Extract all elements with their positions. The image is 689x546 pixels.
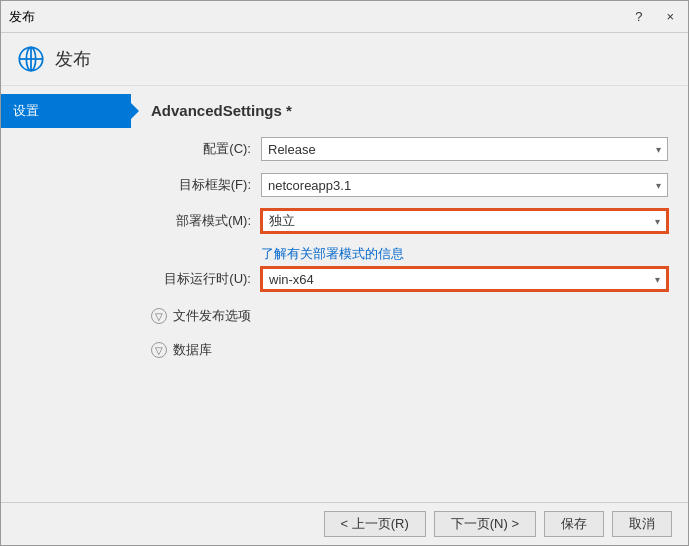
deploy-mode-select[interactable]: 独立 ▾ [261,209,668,233]
sidebar-item-settings[interactable]: 设置 [1,94,131,128]
target-framework-control: netcoreapp3.1 ▾ [261,173,668,197]
title-bar-title: 发布 [9,8,35,26]
publish-dialog: 发布 ? × 发布 设置 AdvancedSettings * 配置 [0,0,689,546]
config-select[interactable]: Release ▾ [261,137,668,161]
deploy-mode-value: 独立 [269,212,295,230]
title-bar: 发布 ? × [1,1,688,33]
globe-icon [17,45,45,73]
dialog-body: 设置 AdvancedSettings * 配置(C): Release ▾ 目… [1,86,688,502]
cancel-button[interactable]: 取消 [612,511,672,537]
sidebar-item-label: 设置 [13,103,39,118]
help-button[interactable]: ? [629,7,648,26]
deploy-mode-link[interactable]: 了解有关部署模式的信息 [261,245,668,263]
title-bar-controls: ? × [629,7,680,26]
config-value: Release [268,142,316,157]
deploy-mode-row: 部署模式(M): 独立 ▾ [151,209,668,233]
target-runtime-arrow-icon: ▾ [655,274,660,285]
content-area: AdvancedSettings * 配置(C): Release ▾ 目标框架… [131,86,688,502]
close-button[interactable]: × [660,7,680,26]
title-bar-left: 发布 [9,8,35,26]
file-publish-label: 文件发布选项 [173,307,251,325]
target-runtime-value: win-x64 [269,272,314,287]
target-runtime-label: 目标运行时(U): [151,270,261,288]
file-publish-header[interactable]: ▽ 文件发布选项 [151,303,668,329]
target-framework-select[interactable]: netcoreapp3.1 ▾ [261,173,668,197]
dialog-footer: < 上一页(R) 下一页(N) > 保存 取消 [1,502,688,545]
config-label: 配置(C): [151,140,261,158]
deploy-mode-label: 部署模式(M): [151,212,261,230]
target-framework-row: 目标框架(F): netcoreapp3.1 ▾ [151,173,668,197]
save-button[interactable]: 保存 [544,511,604,537]
section-title: AdvancedSettings * [151,102,668,119]
database-section: ▽ 数据库 [151,337,668,363]
config-arrow-icon: ▾ [656,144,661,155]
config-row: 配置(C): Release ▾ [151,137,668,161]
target-framework-label: 目标框架(F): [151,176,261,194]
database-header[interactable]: ▽ 数据库 [151,337,668,363]
target-framework-arrow-icon: ▾ [656,180,661,191]
deploy-mode-arrow-icon: ▾ [655,216,660,227]
prev-button[interactable]: < 上一页(R) [324,511,426,537]
target-runtime-control: win-x64 ▾ [261,267,668,291]
target-runtime-row: 目标运行时(U): win-x64 ▾ [151,267,668,291]
target-framework-value: netcoreapp3.1 [268,178,351,193]
file-publish-expand-icon: ▽ [151,308,167,324]
deploy-mode-control: 独立 ▾ [261,209,668,233]
config-control: Release ▾ [261,137,668,161]
target-runtime-select[interactable]: win-x64 ▾ [261,267,668,291]
sidebar: 设置 [1,86,131,502]
database-expand-icon: ▽ [151,342,167,358]
next-button[interactable]: 下一页(N) > [434,511,536,537]
dialog-header-title: 发布 [55,47,91,71]
database-label: 数据库 [173,341,212,359]
file-publish-section: ▽ 文件发布选项 [151,303,668,329]
dialog-header: 发布 [1,33,688,86]
